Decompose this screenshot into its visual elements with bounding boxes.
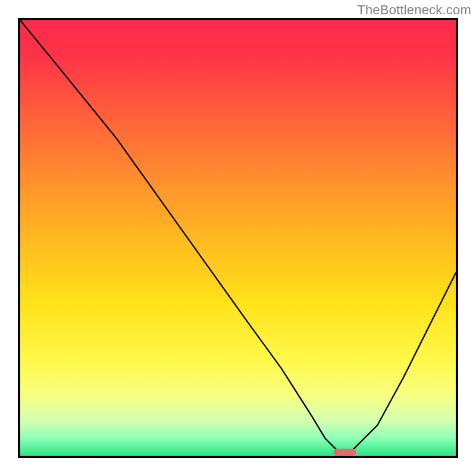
chart-container: TheBottleneck.com: [0, 0, 476, 476]
optimal-marker: [333, 449, 356, 456]
chart-background: [20, 20, 456, 456]
chart-svg: [20, 20, 456, 456]
chart-frame: [18, 18, 458, 458]
watermark-label: TheBottleneck.com: [357, 2, 471, 18]
